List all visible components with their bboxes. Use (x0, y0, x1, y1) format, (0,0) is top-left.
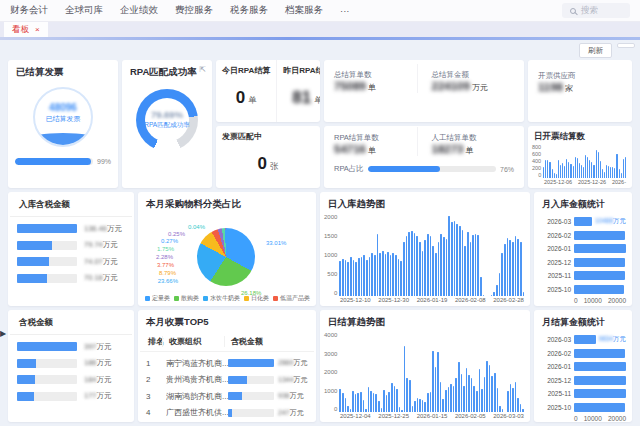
bar (574, 403, 625, 412)
value-number: 397 (84, 342, 97, 351)
list-value: 79.74万元 (84, 240, 118, 250)
bar (382, 251, 384, 296)
nav-item-treasury[interactable]: 全球司库 (65, 4, 103, 17)
tab-dashboard[interactable]: 看板 × (4, 22, 48, 37)
bar (387, 252, 389, 296)
bar-wrap (574, 349, 626, 358)
invoice-column: 开票供应商 1198家 日开票结算数 80060040020002025-12-… (528, 60, 632, 188)
nav-item-expense[interactable]: 费控服务 (175, 4, 213, 17)
list-value: 74.07万元 (84, 257, 118, 267)
bar (476, 391, 478, 412)
y-tick: 4000 (324, 332, 337, 338)
nav-item-archive[interactable]: 档案服务 (285, 4, 323, 17)
y-tick: 0 (538, 173, 541, 179)
x-tick: 2026-02-08 (455, 297, 486, 303)
y-tick: 400 (532, 159, 541, 165)
hbar-row: 2026-02 (538, 229, 626, 243)
bar (610, 167, 611, 178)
chart-title: 月结算金额统计 (534, 310, 632, 331)
bar (552, 169, 553, 178)
bar-fill (228, 376, 247, 384)
bar (347, 262, 349, 296)
bar-track (17, 375, 77, 384)
bar (471, 378, 473, 412)
plot-area (543, 145, 626, 178)
bar (472, 235, 474, 296)
category-label: 2025-11 (538, 390, 571, 397)
legend-swatch (174, 296, 179, 301)
bar (608, 166, 609, 178)
bar (468, 375, 470, 412)
bar (507, 391, 509, 412)
bar-track (17, 257, 77, 266)
nav-item-performance[interactable]: 企业绩效 (120, 4, 158, 17)
bar (355, 394, 357, 412)
bar-fill (17, 375, 35, 384)
bar (391, 383, 393, 412)
legend-swatch (203, 296, 208, 301)
bar (491, 295, 493, 296)
invoice-matching-card: 发票匹配中 0张 (216, 126, 320, 188)
bar (422, 400, 424, 412)
bar (480, 277, 482, 296)
bar (401, 410, 403, 412)
bar-track (228, 392, 274, 400)
bar (365, 409, 367, 412)
amount-cell: 936万元 (228, 391, 308, 401)
bar (574, 258, 625, 267)
stat-unit: 单 (368, 146, 376, 155)
pie-label: 0.04% (188, 224, 205, 230)
nav-item-finance[interactable]: 财务会计 (10, 4, 48, 17)
bar (355, 262, 357, 296)
bar (484, 377, 486, 412)
bar (562, 163, 563, 178)
list-value: 136.46万元 (84, 224, 122, 234)
bar (455, 378, 457, 412)
list-item: 70.18万元 (8, 267, 134, 284)
refresh-button[interactable]: 刷新 (579, 43, 612, 58)
bar (504, 244, 506, 296)
bar (591, 162, 592, 178)
nav-item-tax[interactable]: 税务服务 (230, 4, 268, 17)
x-tick: 2026-01-15 (417, 413, 448, 419)
legend-label: 散购类 (181, 294, 199, 303)
category-label: 2025-12 (538, 377, 571, 384)
x-tick: 10000 (584, 415, 602, 422)
y-axis: 2000150010005000 (324, 214, 339, 296)
close-icon[interactable]: × (35, 25, 40, 34)
bar (502, 409, 504, 412)
bar (520, 242, 522, 296)
card-title: 已结算发票 (8, 60, 118, 81)
bar-wrap (574, 285, 626, 294)
bar-track (17, 392, 77, 401)
bar (574, 349, 625, 358)
cutoff-button[interactable] (617, 43, 635, 48)
x-axis: 2025-12-042025-12-252026-01-152026-02-05… (324, 413, 524, 419)
search-placeholder: 搜索 (581, 5, 598, 17)
bar-value: 10488万元 (595, 217, 626, 226)
legend-swatch (273, 296, 278, 301)
stat-label: RPA结算单数 (334, 133, 417, 143)
bar (517, 239, 519, 296)
pie-chart (197, 228, 255, 286)
bar (438, 242, 440, 296)
settled-invoice-card: 已结算发票 48096 已结算发票 99% (8, 60, 118, 188)
hbar-row: 2025-10 (538, 283, 626, 297)
expand-icon[interactable]: ⇱ (199, 65, 206, 74)
search-input[interactable]: 搜索 (562, 3, 630, 18)
bar-fill (228, 359, 274, 367)
stat-label: 人工结算单数 (432, 133, 515, 143)
bar (422, 251, 424, 297)
progress-text: 76% (500, 166, 514, 173)
bar (371, 253, 373, 296)
y-axis: 40003000200010000 (324, 332, 339, 412)
bar-fill (17, 359, 36, 368)
value-number: 10488 (595, 217, 613, 224)
sidebar-expand-icon[interactable]: ▶ (0, 330, 6, 338)
stat-unit: 家 (565, 84, 573, 93)
amount-value: 936万元 (278, 391, 304, 401)
nav-more-icon[interactable]: ··· (340, 5, 350, 16)
x-tick: 0 (574, 415, 578, 422)
bar (445, 390, 447, 412)
bar (350, 257, 352, 296)
